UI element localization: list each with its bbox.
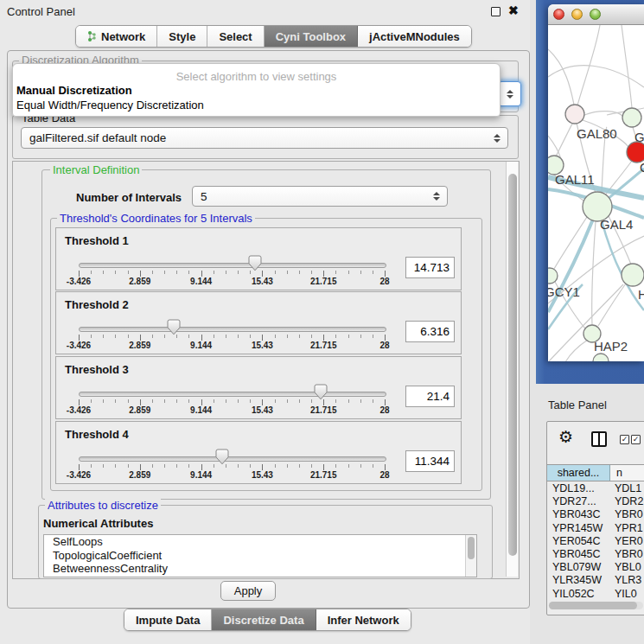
tab-network[interactable]: Network: [76, 26, 157, 47]
slider-tick-labels: -3.4262.8599.14415.4321.71528: [79, 277, 385, 286]
cell-shared-name: YER054C: [547, 535, 610, 548]
slider-thumb[interactable]: [314, 384, 328, 400]
combo-arrows-icon: [433, 192, 440, 201]
algorithm-prompt: Select algorithm to view settings: [13, 70, 500, 83]
algorithm-combobox[interactable]: [498, 81, 521, 106]
menu-item-manual-discretization[interactable]: Manual Discretization: [13, 83, 500, 98]
tab-cyni-toolbox[interactable]: Cyni Toolbox: [265, 26, 358, 47]
tab-select[interactable]: Select: [207, 26, 264, 47]
table-row[interactable]: YPR145WYPR1: [547, 522, 644, 535]
float-window-icon[interactable]: [491, 7, 501, 16]
tab-jactivemnodules[interactable]: jActiveMNodules: [358, 26, 471, 47]
combo-arrows-icon: [494, 134, 501, 143]
control-panel: Control Panel ✖ NetworkStyleSelectCyni T…: [0, 0, 531, 644]
cell-shared-name: YBL079W: [547, 561, 610, 574]
cell-shared-name: YBR043C: [547, 508, 610, 521]
tab-label: Select: [219, 30, 252, 43]
menu-item-equal-width-frequency[interactable]: Equal Width/Frequency Discretization: [13, 98, 500, 112]
slider-thumb[interactable]: [215, 449, 229, 465]
table-panel-title: Table Panel: [548, 399, 607, 411]
cell-shared-name: YPR145W: [547, 522, 610, 535]
table-row[interactable]: YIL052CYIL0: [547, 588, 644, 601]
tab-label: Impute Data: [136, 614, 200, 627]
threshold-1-panel: Threshold 1-3.4262.8599.14415.4321.71528…: [55, 227, 462, 290]
threshold-value-field[interactable]: 21.4: [405, 386, 455, 407]
table-row[interactable]: YER054CYER0: [547, 535, 644, 548]
panel-title: Control Panel: [7, 5, 75, 18]
network-edge: [598, 284, 626, 326]
attributes-group-title: Attributes to discretize: [45, 499, 161, 512]
tab-infer-network[interactable]: Infer Network: [316, 609, 411, 630]
network-node-g[interactable]: [622, 108, 641, 127]
node-label-h: H: [638, 287, 644, 302]
table-row[interactable]: YLR345WYLR3: [547, 574, 644, 587]
network-window-titlebar[interactable]: [548, 4, 644, 25]
scrollbar-thumb[interactable]: [508, 174, 517, 556]
attribute-list-item[interactable]: TopologicalCoefficient: [44, 549, 476, 563]
tab-impute-data[interactable]: Impute Data: [124, 609, 212, 630]
minimize-traffic-light-icon[interactable]: [571, 9, 583, 20]
tab-style[interactable]: Style: [157, 26, 207, 47]
checkbox-icon[interactable]: ✓: [631, 435, 641, 444]
column-header-shared-name[interactable]: shared...: [547, 465, 610, 481]
network-node[interactable]: [593, 354, 609, 361]
table-body: YDL19...YDL1YDR27...YDR2YBR043CYBR0YPR14…: [547, 482, 644, 600]
cell-name: YBR0: [610, 508, 644, 521]
threshold-value-field[interactable]: 14.713: [405, 257, 455, 278]
threshold-label: Threshold 3: [65, 363, 129, 376]
table-data-value: galFiltered.sif default node: [29, 131, 166, 144]
scrollbar-thumb[interactable]: [549, 602, 637, 609]
table-header-row: shared... n: [547, 464, 644, 481]
apply-button[interactable]: Apply: [220, 581, 276, 601]
slider-thumb[interactable]: [248, 255, 262, 271]
node-label-c: C: [640, 160, 644, 175]
cell-shared-name: YBR045C: [547, 548, 610, 561]
cell-name: YER0: [610, 535, 644, 548]
table-data-combobox[interactable]: galFiltered.sif default node: [21, 127, 508, 149]
table-row[interactable]: YDR27...YDR2: [547, 495, 644, 508]
network-node-h[interactable]: [622, 264, 644, 286]
tab-discretize-data[interactable]: Discretize Data: [212, 609, 316, 630]
vertical-scrollbar[interactable]: [506, 162, 518, 577]
slider-tick-labels: -3.4262.8599.14415.4321.71528: [79, 405, 385, 415]
table-row[interactable]: YBR045CYBR0: [547, 548, 644, 561]
network-canvas[interactable]: GAL80GCGAL11GAL4GCY1HHAP2: [548, 25, 644, 361]
node-label-gal80: GAL80: [577, 126, 617, 141]
horizontal-scrollbar[interactable]: [549, 602, 643, 609]
split-columns-icon[interactable]: [591, 431, 607, 447]
slider-tick-labels: -3.4262.8599.14415.4321.71528: [79, 470, 385, 480]
threshold-label: Threshold 1: [65, 234, 129, 247]
close-traffic-light-icon[interactable]: [553, 9, 564, 20]
cell-name: YPR1: [610, 522, 644, 535]
column-header-name[interactable]: n: [610, 465, 644, 481]
node-label-hap2: HAP2: [594, 339, 628, 354]
tab-label: Cyni Toolbox: [276, 30, 346, 43]
scrollbar-thumb[interactable]: [468, 537, 475, 559]
close-icon[interactable]: ✖: [508, 3, 519, 17]
network-edge: [548, 49, 574, 105]
zoom-traffic-light-icon[interactable]: [590, 9, 601, 20]
number-of-intervals-combobox[interactable]: 5: [192, 186, 448, 207]
network-view-window[interactable]: GAL80GCGAL11GAL4GCY1HHAP2: [548, 4, 644, 361]
numerical-attributes-list[interactable]: SelfLoopsTopologicalCoefficientBetweenne…: [43, 534, 477, 577]
threshold-value-field[interactable]: 11.344: [405, 450, 455, 472]
attribute-list-item[interactable]: SelfLoops: [44, 535, 476, 549]
threshold-label: Threshold 2: [65, 298, 129, 311]
list-scrollbar[interactable]: [465, 535, 476, 577]
cell-name: YIL0: [610, 588, 644, 601]
table-row[interactable]: YBL079WYBL0: [547, 561, 644, 574]
threshold-3-panel: Threshold 3-3.4262.8599.14415.4321.71528…: [55, 356, 462, 419]
attribute-list-item[interactable]: BetweennessCentrality: [44, 562, 476, 576]
cell-name: YLR3: [610, 574, 644, 587]
table-row[interactable]: YBR043CYBR0: [547, 508, 644, 521]
table-row[interactable]: YDL19...YDL1: [547, 482, 644, 495]
cell-shared-name: YDL19...: [547, 482, 610, 495]
tab-label: Network: [101, 30, 145, 43]
checkbox-icon[interactable]: ✓: [620, 435, 629, 444]
tab-label: Infer Network: [328, 614, 399, 627]
network-node-gal80[interactable]: [565, 105, 584, 124]
network-node-gcy1[interactable]: [548, 268, 558, 284]
threshold-value-field[interactable]: 6.316: [405, 321, 455, 342]
gear-icon[interactable]: ⚙: [558, 429, 573, 445]
slider-thumb[interactable]: [167, 319, 181, 335]
